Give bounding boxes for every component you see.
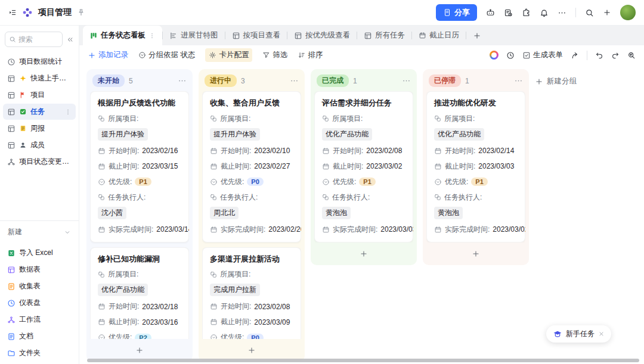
sidebar-item-label: 任务 bbox=[30, 107, 45, 117]
column-count: 3 bbox=[241, 77, 245, 85]
field-label: 任务执行人: bbox=[332, 192, 370, 203]
plugin-icon[interactable] bbox=[522, 8, 531, 17]
sort-button[interactable]: 排序 bbox=[298, 50, 323, 60]
create-new-icon[interactable] bbox=[603, 8, 611, 17]
sidebar-item-0[interactable]: 项目数据统计 bbox=[3, 54, 76, 70]
sidebar-item-3[interactable]: 任务 bbox=[3, 104, 76, 120]
view-tab-3[interactable]: 按优先级查看 bbox=[287, 26, 357, 45]
share-view-icon[interactable] bbox=[571, 51, 579, 60]
add-view-tab[interactable] bbox=[466, 26, 488, 45]
sidebar-item-label: 数据表 bbox=[19, 265, 41, 275]
pin-icon[interactable] bbox=[77, 8, 85, 17]
group-by-button[interactable]: 分组依据 状态 bbox=[138, 50, 195, 60]
field-label: 开始时间: bbox=[109, 301, 139, 312]
notification-bell-icon[interactable] bbox=[540, 8, 549, 17]
view-tab-5[interactable]: 截止日历 bbox=[412, 26, 466, 45]
ai-assistant-icon[interactable] bbox=[490, 51, 499, 60]
card-config-button[interactable]: 卡片配置 bbox=[205, 48, 252, 62]
kanban-card[interactable]: 收集、整合用户反馈所属项目:提升用户体验开始时间:2023/02/10截止时间:… bbox=[202, 91, 301, 242]
card-title: 根据用户反馈迭代功能 bbox=[98, 98, 181, 108]
share-button[interactable]: 分享 bbox=[436, 4, 477, 21]
column-more-icon[interactable] bbox=[290, 76, 299, 85]
sidebar-item-1[interactable]: 快速上手多维... bbox=[3, 70, 76, 86]
link-icon bbox=[322, 194, 329, 201]
undo-icon[interactable] bbox=[595, 51, 603, 60]
sidebar-item-6[interactable]: 项目状态变更提醒 bbox=[3, 154, 76, 170]
item-menu-icon[interactable] bbox=[64, 108, 72, 116]
sidebar-item-label: 成员 bbox=[30, 140, 45, 150]
newbie-task-pill[interactable]: 新手任务 bbox=[546, 325, 611, 343]
sidebar-new-item-1[interactable]: 数据表 bbox=[3, 262, 76, 278]
chevron-circle-icon bbox=[322, 178, 330, 186]
add-card-button[interactable] bbox=[314, 246, 413, 262]
sidebar-new-item-6[interactable]: 文件夹 bbox=[3, 345, 76, 361]
card-field-done: 实际完成时间:2023/03/03 bbox=[322, 225, 405, 235]
add-record-button[interactable]: 添加记录 bbox=[88, 50, 128, 60]
project-tag: 优化产品功能 bbox=[322, 128, 372, 141]
link-icon bbox=[210, 194, 217, 201]
column-status-badge: 已完成 bbox=[317, 74, 349, 87]
kanban-card[interactable]: 根据用户反馈迭代功能所属项目:提升用户体验开始时间:2023/02/16截止时间… bbox=[90, 91, 189, 242]
new-section-header[interactable]: 新建 bbox=[0, 221, 79, 238]
view-tab-2[interactable]: 按项目查看 bbox=[225, 26, 287, 45]
field-label: 截止时间: bbox=[109, 317, 139, 327]
field-label: 截止时间: bbox=[333, 161, 363, 172]
column-more-icon[interactable] bbox=[402, 76, 411, 85]
field-label: 开始时间: bbox=[109, 146, 139, 156]
field-label: 优先级: bbox=[109, 332, 132, 339]
find-in-view-icon[interactable] bbox=[627, 51, 636, 60]
generate-form-button[interactable]: 生成表单 bbox=[522, 50, 563, 60]
view-tab-0[interactable]: 任务状态看板 bbox=[83, 26, 162, 45]
more-actions-icon[interactable] bbox=[558, 8, 566, 17]
project-tag: 优化产品功能 bbox=[98, 284, 148, 296]
close-icon[interactable] bbox=[598, 331, 605, 337]
column-cards: 评估需求并细分任务所属项目:优化产品功能开始时间:2023/02/08截止时间:… bbox=[314, 91, 413, 242]
table-icon bbox=[364, 32, 372, 40]
kanban-card[interactable]: 多渠道开展拉新活动所属项目:完成用户拉新开始时间:2023/02/08截止时间:… bbox=[202, 247, 301, 339]
field-label: 所属项目: bbox=[108, 114, 138, 124]
sidebar-new-item-2[interactable]: 收集表 bbox=[3, 278, 76, 294]
table-icon bbox=[7, 108, 16, 116]
sidebar-new-item-3[interactable]: 仪表盘 bbox=[3, 295, 76, 311]
avatar[interactable] bbox=[620, 5, 636, 20]
sidebar-item-2[interactable]: 项目 bbox=[3, 87, 76, 103]
card-field-priority: 优先级:P2 bbox=[98, 332, 181, 339]
kanban-card[interactable]: 修补已知功能漏洞所属项目:优化产品功能开始时间:2023/02/18截止时间:2… bbox=[90, 247, 189, 339]
sidebar-search-box[interactable] bbox=[5, 32, 63, 47]
collapse-sidebar-icon[interactable] bbox=[66, 36, 74, 43]
add-card-button[interactable] bbox=[202, 343, 301, 358]
field-label: 截止时间: bbox=[221, 317, 251, 327]
kanban-board: 未开始5根据用户反馈迭代功能所属项目:提升用户体验开始时间:2023/02/16… bbox=[79, 65, 644, 364]
filter-button[interactable]: 筛选 bbox=[262, 50, 287, 60]
sidebar-new-item-4[interactable]: 工作流 bbox=[3, 312, 76, 328]
view-tab-1[interactable]: 进展甘特图 bbox=[163, 26, 225, 45]
automation-robot-icon[interactable] bbox=[486, 8, 495, 17]
table-icon bbox=[232, 32, 240, 40]
card-field-project: 所属项目: bbox=[434, 114, 518, 124]
sidebar-item-4[interactable]: 周报 bbox=[3, 120, 76, 136]
new-group-button[interactable]: 新建分组 bbox=[535, 76, 577, 86]
sidebar-new-item-5[interactable]: 文档 bbox=[3, 328, 76, 344]
global-search-icon[interactable] bbox=[585, 8, 594, 17]
tab-menu-icon[interactable] bbox=[148, 32, 156, 39]
newbie-task-label: 新手任务 bbox=[566, 329, 595, 339]
column-more-icon[interactable] bbox=[178, 76, 187, 85]
card-field-priority: 优先级:P1 bbox=[322, 177, 405, 187]
sidebar-item-5[interactable]: 成员 bbox=[3, 137, 76, 153]
sidebar-new-item-0[interactable]: 导入 Excel bbox=[3, 245, 76, 261]
search-input[interactable] bbox=[18, 35, 58, 43]
sidebar-new-item-7[interactable]: 从其他数据源... bbox=[3, 362, 76, 364]
view-tab-label: 所有任务 bbox=[375, 30, 405, 41]
add-card-button[interactable] bbox=[426, 246, 525, 262]
redo-icon[interactable] bbox=[611, 51, 620, 60]
sidebar-toggle-icon[interactable] bbox=[8, 8, 17, 17]
horizontal-scrollbar[interactable] bbox=[87, 359, 639, 362]
record-activity-icon[interactable] bbox=[506, 51, 515, 60]
kanban-card[interactable]: 评估需求并细分任务所属项目:优化产品功能开始时间:2023/02/08截止时间:… bbox=[314, 91, 413, 242]
kanban-column-3: 已停滞1推进功能优化研发所属项目:优化产品功能开始时间:2023/02/14截止… bbox=[423, 69, 529, 265]
add-card-button[interactable] bbox=[90, 343, 189, 358]
kanban-card[interactable]: 推进功能优化研发所属项目:优化产品功能开始时间:2023/02/14截止时间:2… bbox=[426, 91, 525, 242]
column-more-icon[interactable] bbox=[514, 76, 523, 85]
record-history-icon[interactable] bbox=[504, 8, 513, 17]
view-tab-4[interactable]: 所有任务 bbox=[357, 26, 411, 45]
